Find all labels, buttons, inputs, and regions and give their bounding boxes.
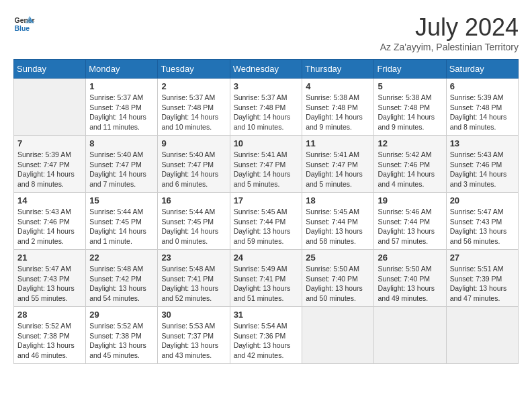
week-row-5: 28Sunrise: 5:52 AM Sunset: 7:38 PM Dayli… [14, 307, 519, 364]
day-cell-4: 4Sunrise: 5:38 AM Sunset: 7:48 PM Daylig… [302, 79, 374, 136]
empty-cell [446, 307, 518, 364]
day-info: Sunrise: 5:45 AM Sunset: 7:44 PM Dayligh… [234, 207, 299, 246]
day-number: 18 [306, 195, 370, 205]
day-number: 8 [89, 138, 154, 148]
day-cell-2: 2Sunrise: 5:37 AM Sunset: 7:48 PM Daylig… [158, 79, 230, 136]
month-title: July 2024 [380, 13, 519, 42]
weekday-header-row: SundayMondayTuesdayWednesdayThursdayFrid… [14, 60, 519, 79]
day-cell-21: 21Sunrise: 5:47 AM Sunset: 7:43 PM Dayli… [14, 250, 86, 307]
day-number: 27 [450, 253, 515, 263]
header: General Blue July 2024 Az Za'ayyim, Pale… [13, 13, 519, 52]
week-row-1: 1Sunrise: 5:37 AM Sunset: 7:48 PM Daylig… [14, 79, 519, 136]
svg-text:Blue: Blue [15, 25, 30, 32]
day-info: Sunrise: 5:43 AM Sunset: 7:46 PM Dayligh… [17, 207, 82, 246]
day-info: Sunrise: 5:38 AM Sunset: 7:48 PM Dayligh… [378, 93, 442, 132]
day-cell-15: 15Sunrise: 5:44 AM Sunset: 7:45 PM Dayli… [86, 193, 158, 250]
day-info: Sunrise: 5:43 AM Sunset: 7:46 PM Dayligh… [450, 150, 515, 189]
day-cell-14: 14Sunrise: 5:43 AM Sunset: 7:46 PM Dayli… [14, 193, 86, 250]
week-row-4: 21Sunrise: 5:47 AM Sunset: 7:43 PM Dayli… [14, 250, 519, 307]
day-number: 15 [89, 195, 154, 205]
weekday-header-friday: Friday [374, 60, 446, 79]
weekday-header-monday: Monday [86, 60, 158, 79]
day-number: 21 [17, 253, 82, 263]
title-area: July 2024 Az Za'ayyim, Palestinian Terri… [380, 13, 519, 52]
day-number: 16 [161, 195, 226, 205]
day-cell-25: 25Sunrise: 5:50 AM Sunset: 7:40 PM Dayli… [302, 250, 374, 307]
day-info: Sunrise: 5:44 AM Sunset: 7:45 PM Dayligh… [161, 207, 226, 246]
day-number: 19 [378, 195, 442, 205]
empty-cell [374, 307, 446, 364]
week-row-3: 14Sunrise: 5:43 AM Sunset: 7:46 PM Dayli… [14, 193, 519, 250]
day-info: Sunrise: 5:39 AM Sunset: 7:48 PM Dayligh… [450, 93, 515, 132]
day-info: Sunrise: 5:38 AM Sunset: 7:48 PM Dayligh… [306, 93, 370, 132]
location-subtitle: Az Za'ayyim, Palestinian Territory [380, 42, 519, 52]
day-info: Sunrise: 5:50 AM Sunset: 7:40 PM Dayligh… [378, 264, 442, 304]
day-cell-5: 5Sunrise: 5:38 AM Sunset: 7:48 PM Daylig… [374, 79, 446, 136]
day-cell-20: 20Sunrise: 5:47 AM Sunset: 7:43 PM Dayli… [446, 193, 518, 250]
calendar-table: SundayMondayTuesdayWednesdayThursdayFrid… [13, 59, 519, 364]
day-info: Sunrise: 5:40 AM Sunset: 7:47 PM Dayligh… [89, 150, 154, 189]
day-number: 1 [89, 81, 154, 91]
day-number: 2 [161, 81, 226, 91]
week-row-2: 7Sunrise: 5:39 AM Sunset: 7:47 PM Daylig… [14, 136, 519, 193]
day-cell-29: 29Sunrise: 5:52 AM Sunset: 7:38 PM Dayli… [86, 307, 158, 364]
day-number: 3 [234, 81, 299, 91]
day-info: Sunrise: 5:48 AM Sunset: 7:42 PM Dayligh… [89, 264, 154, 304]
day-number: 31 [234, 310, 299, 320]
day-info: Sunrise: 5:52 AM Sunset: 7:38 PM Dayligh… [89, 321, 154, 361]
day-number: 7 [17, 138, 82, 148]
empty-cell [14, 79, 86, 136]
logo: General Blue [13, 13, 35, 35]
day-info: Sunrise: 5:53 AM Sunset: 7:37 PM Dayligh… [161, 321, 226, 361]
weekday-header-thursday: Thursday [302, 60, 374, 79]
day-info: Sunrise: 5:50 AM Sunset: 7:40 PM Dayligh… [306, 264, 370, 304]
day-cell-17: 17Sunrise: 5:45 AM Sunset: 7:44 PM Dayli… [230, 193, 302, 250]
day-info: Sunrise: 5:47 AM Sunset: 7:43 PM Dayligh… [450, 207, 515, 246]
day-cell-13: 13Sunrise: 5:43 AM Sunset: 7:46 PM Dayli… [446, 136, 518, 193]
day-cell-26: 26Sunrise: 5:50 AM Sunset: 7:40 PM Dayli… [374, 250, 446, 307]
day-info: Sunrise: 5:51 AM Sunset: 7:39 PM Dayligh… [450, 264, 515, 304]
day-number: 26 [378, 253, 442, 263]
day-info: Sunrise: 5:47 AM Sunset: 7:43 PM Dayligh… [17, 264, 82, 304]
day-cell-1: 1Sunrise: 5:37 AM Sunset: 7:48 PM Daylig… [86, 79, 158, 136]
logo-icon: General Blue [13, 13, 35, 35]
day-info: Sunrise: 5:41 AM Sunset: 7:47 PM Dayligh… [234, 150, 299, 189]
day-info: Sunrise: 5:40 AM Sunset: 7:47 PM Dayligh… [161, 150, 226, 189]
weekday-header-tuesday: Tuesday [158, 60, 230, 79]
day-number: 30 [161, 310, 226, 320]
day-cell-23: 23Sunrise: 5:48 AM Sunset: 7:41 PM Dayli… [158, 250, 230, 307]
day-number: 22 [89, 253, 154, 263]
day-number: 20 [450, 195, 515, 205]
day-number: 5 [378, 81, 442, 91]
day-number: 17 [234, 195, 299, 205]
day-info: Sunrise: 5:54 AM Sunset: 7:36 PM Dayligh… [234, 321, 299, 361]
day-number: 23 [161, 253, 226, 263]
day-number: 14 [17, 195, 82, 205]
day-cell-8: 8Sunrise: 5:40 AM Sunset: 7:47 PM Daylig… [86, 136, 158, 193]
day-number: 10 [234, 138, 299, 148]
day-cell-3: 3Sunrise: 5:37 AM Sunset: 7:48 PM Daylig… [230, 79, 302, 136]
day-info: Sunrise: 5:52 AM Sunset: 7:38 PM Dayligh… [17, 321, 82, 361]
day-cell-9: 9Sunrise: 5:40 AM Sunset: 7:47 PM Daylig… [158, 136, 230, 193]
weekday-header-sunday: Sunday [14, 60, 86, 79]
day-cell-11: 11Sunrise: 5:41 AM Sunset: 7:47 PM Dayli… [302, 136, 374, 193]
weekday-header-wednesday: Wednesday [230, 60, 302, 79]
day-info: Sunrise: 5:41 AM Sunset: 7:47 PM Dayligh… [306, 150, 370, 189]
day-number: 13 [450, 138, 515, 148]
day-info: Sunrise: 5:49 AM Sunset: 7:41 PM Dayligh… [234, 264, 299, 304]
day-number: 28 [17, 310, 82, 320]
day-cell-30: 30Sunrise: 5:53 AM Sunset: 7:37 PM Dayli… [158, 307, 230, 364]
day-info: Sunrise: 5:37 AM Sunset: 7:48 PM Dayligh… [234, 93, 299, 132]
day-info: Sunrise: 5:44 AM Sunset: 7:45 PM Dayligh… [89, 207, 154, 246]
empty-cell [302, 307, 374, 364]
day-info: Sunrise: 5:37 AM Sunset: 7:48 PM Dayligh… [89, 93, 154, 132]
day-cell-7: 7Sunrise: 5:39 AM Sunset: 7:47 PM Daylig… [14, 136, 86, 193]
day-number: 4 [306, 81, 370, 91]
day-cell-22: 22Sunrise: 5:48 AM Sunset: 7:42 PM Dayli… [86, 250, 158, 307]
day-number: 12 [378, 138, 442, 148]
day-cell-10: 10Sunrise: 5:41 AM Sunset: 7:47 PM Dayli… [230, 136, 302, 193]
day-cell-16: 16Sunrise: 5:44 AM Sunset: 7:45 PM Dayli… [158, 193, 230, 250]
day-info: Sunrise: 5:42 AM Sunset: 7:46 PM Dayligh… [378, 150, 442, 189]
day-cell-12: 12Sunrise: 5:42 AM Sunset: 7:46 PM Dayli… [374, 136, 446, 193]
day-number: 6 [450, 81, 515, 91]
